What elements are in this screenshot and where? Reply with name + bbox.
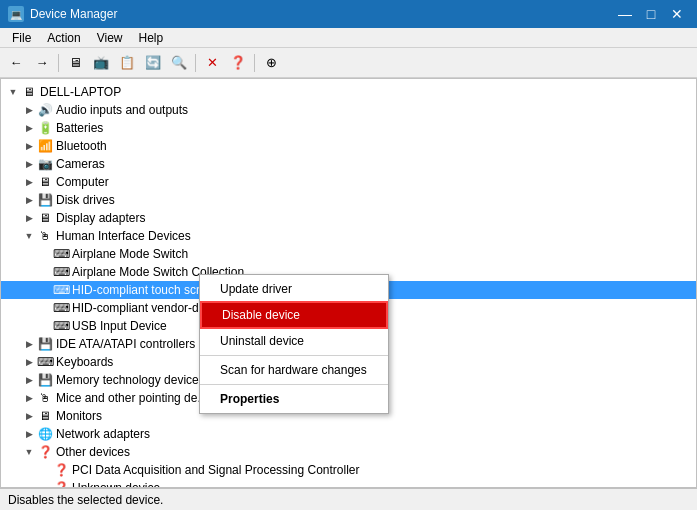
list-item[interactable]: ▼ 🖱 Human Interface Devices: [1, 227, 696, 245]
item-label: Airplane Mode Switch: [72, 247, 188, 261]
list-item[interactable]: ▶ 🔋 Batteries: [1, 119, 696, 137]
expand-icon[interactable]: ▶: [21, 102, 37, 118]
ide-icon: 💾: [37, 336, 53, 352]
toolbar-expand[interactable]: ⊕: [259, 51, 283, 75]
toolbar-display[interactable]: 📺: [89, 51, 113, 75]
window-controls: — □ ✕: [613, 4, 689, 24]
battery-icon: 🔋: [37, 120, 53, 136]
status-text: Disables the selected device.: [8, 493, 163, 507]
toolbar-help[interactable]: ❓: [226, 51, 250, 75]
expand-icon[interactable]: ▶: [21, 192, 37, 208]
toolbar-properties[interactable]: 📋: [115, 51, 139, 75]
ctx-disable-device[interactable]: Disable device: [200, 301, 388, 329]
list-item[interactable]: ▶ 📷 Cameras: [1, 155, 696, 173]
pci-icon: ❓: [53, 462, 69, 478]
ctx-properties[interactable]: Properties: [200, 387, 388, 411]
tree-root[interactable]: ▼ 🖥 DELL-LAPTOP: [1, 83, 696, 101]
list-item[interactable]: ▶ 📶 Bluetooth: [1, 137, 696, 155]
item-label: Unknown device: [72, 481, 160, 488]
item-label: Network adapters: [56, 427, 150, 441]
ctx-update-driver[interactable]: Update driver: [200, 277, 388, 301]
computer-icon: 🖥: [37, 174, 53, 190]
item-label: Other devices: [56, 445, 130, 459]
main-area: ▼ 🖥 DELL-LAPTOP ▶ 🔊 Audio inputs and out…: [0, 78, 697, 488]
item-label: Human Interface Devices: [56, 229, 191, 243]
toolbar-sep2: [195, 54, 196, 72]
list-item[interactable]: ▶ 🖥 Display adapters: [1, 209, 696, 227]
toolbar-scan[interactable]: 🔍: [167, 51, 191, 75]
menu-action[interactable]: Action: [39, 29, 88, 47]
maximize-button[interactable]: □: [639, 4, 663, 24]
expand-icon[interactable]: ▶: [21, 390, 37, 406]
toolbar-sep3: [254, 54, 255, 72]
expand-icon[interactable]: ▶: [21, 408, 37, 424]
expand-icon[interactable]: ▶: [21, 138, 37, 154]
menu-bar: File Action View Help: [0, 28, 697, 48]
expand-icon[interactable]: ▶: [21, 426, 37, 442]
toolbar-back[interactable]: ←: [4, 51, 28, 75]
status-bar: Disables the selected device.: [0, 488, 697, 510]
close-button[interactable]: ✕: [665, 4, 689, 24]
disk-icon: 💾: [37, 192, 53, 208]
expand-icon[interactable]: ▶: [21, 120, 37, 136]
other-devices-item[interactable]: ▼ ❓ Other devices: [1, 443, 696, 461]
hid-device-icon: ⌨: [53, 264, 69, 280]
menu-file[interactable]: File: [4, 29, 39, 47]
item-label: Mice and other pointing de...: [56, 391, 207, 405]
menu-help[interactable]: Help: [131, 29, 172, 47]
root-expand-icon[interactable]: ▼: [5, 84, 21, 100]
expand-icon[interactable]: ▶: [21, 210, 37, 226]
list-item[interactable]: ▶ ❓ Unknown device: [1, 479, 696, 488]
camera-icon: 📷: [37, 156, 53, 172]
list-item[interactable]: ▶ 🌐 Network adapters: [1, 425, 696, 443]
toolbar-sep1: [58, 54, 59, 72]
item-label: PCI Data Acquisition and Signal Processi…: [72, 463, 359, 477]
item-label: Keyboards: [56, 355, 113, 369]
list-item[interactable]: ▶ ⌨ Airplane Mode Switch: [1, 245, 696, 263]
hid-device-icon: ⌨: [53, 300, 69, 316]
list-item[interactable]: ▶ 🖥 Computer: [1, 173, 696, 191]
ctx-uninstall-device[interactable]: Uninstall device: [200, 329, 388, 353]
expand-icon[interactable]: ▼: [21, 228, 37, 244]
menu-view[interactable]: View: [89, 29, 131, 47]
item-label: Cameras: [56, 157, 105, 171]
bluetooth-icon: 📶: [37, 138, 53, 154]
item-label: HID-compliant touch screen: [72, 283, 220, 297]
toolbar-remove[interactable]: ✕: [200, 51, 224, 75]
item-label: Memory technology devices: [56, 373, 205, 387]
expand-icon[interactable]: ▶: [21, 336, 37, 352]
title-bar: 💻 Device Manager — □ ✕: [0, 0, 697, 28]
expand-icon[interactable]: ▶: [21, 174, 37, 190]
network-icon: 🌐: [37, 426, 53, 442]
toolbar: ← → 🖥 📺 📋 🔄 🔍 ✕ ❓ ⊕: [0, 48, 697, 78]
unknown-device-icon: ❓: [53, 480, 69, 488]
list-item[interactable]: ▶ 🔊 Audio inputs and outputs: [1, 101, 696, 119]
list-item[interactable]: ▶ 💾 Disk drives: [1, 191, 696, 209]
item-label: HID-compliant vendor-de...: [72, 301, 215, 315]
audio-icon: 🔊: [37, 102, 53, 118]
monitor-icon: 🖥: [37, 408, 53, 424]
item-label: Audio inputs and outputs: [56, 103, 188, 117]
mouse-icon: 🖱: [37, 390, 53, 406]
ctx-separator: [200, 355, 388, 356]
device-tree[interactable]: ▼ 🖥 DELL-LAPTOP ▶ 🔊 Audio inputs and out…: [0, 78, 697, 488]
item-label: USB Input Device: [72, 319, 167, 333]
item-label: Bluetooth: [56, 139, 107, 153]
list-item[interactable]: ▶ ❓ PCI Data Acquisition and Signal Proc…: [1, 461, 696, 479]
expand-icon[interactable]: ▼: [21, 444, 37, 460]
toolbar-forward[interactable]: →: [30, 51, 54, 75]
expand-icon[interactable]: ▶: [21, 354, 37, 370]
expand-icon[interactable]: ▶: [21, 372, 37, 388]
minimize-button[interactable]: —: [613, 4, 637, 24]
computer-icon: 🖥: [21, 84, 37, 100]
root-label: DELL-LAPTOP: [40, 85, 121, 99]
item-label: Monitors: [56, 409, 102, 423]
item-label: Disk drives: [56, 193, 115, 207]
other-devices-icon: ❓: [37, 444, 53, 460]
memory-icon: 💾: [37, 372, 53, 388]
ctx-scan-hardware[interactable]: Scan for hardware changes: [200, 358, 388, 382]
toolbar-update[interactable]: 🔄: [141, 51, 165, 75]
expand-icon[interactable]: ▶: [21, 156, 37, 172]
item-label: Batteries: [56, 121, 103, 135]
toolbar-computer[interactable]: 🖥: [63, 51, 87, 75]
